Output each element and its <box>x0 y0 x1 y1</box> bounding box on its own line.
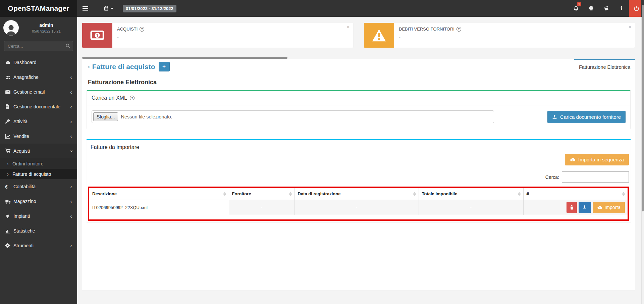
sidebar-item-anagrafiche[interactable]: Anagrafiche ‹ <box>0 70 77 85</box>
chevron-left-icon: ‹ <box>70 104 72 110</box>
cell-data-registrazione: - <box>294 200 419 215</box>
sidebar-item-impianti[interactable]: Impianti ‹ <box>0 209 77 223</box>
table-search: Cerca: <box>88 171 629 183</box>
sort-icon <box>622 192 625 196</box>
delete-button[interactable] <box>567 202 577 213</box>
sidebar-item-label: Attività <box>13 119 28 124</box>
plug-icon <box>5 213 13 219</box>
table-search-input[interactable] <box>562 171 629 183</box>
info-box-value: - <box>117 35 144 40</box>
cloud-download-icon <box>597 205 602 209</box>
sort-icon <box>518 192 521 196</box>
book-icon <box>603 6 609 11</box>
table-search-label: Cerca: <box>545 174 559 180</box>
calendar-icon <box>104 6 109 11</box>
user-login-time: 05/07/2022 15:21 <box>19 29 74 33</box>
user-name: admin <box>19 22 74 28</box>
column-header-label: Data di registrazione <box>298 191 341 196</box>
horizontal-scrollbar-thumb[interactable] <box>82 57 287 59</box>
close-icon[interactable]: × <box>346 24 350 31</box>
navbar-actions: 1 i <box>569 0 644 17</box>
gear-icon <box>5 243 13 248</box>
help-icon: ? <box>140 27 144 32</box>
sidebar-item-magazzino[interactable]: Magazzino ‹ <box>0 194 77 209</box>
column-header-totale-imponibile[interactable]: Totale imponibile <box>419 188 523 200</box>
column-header-label: Totale imponibile <box>422 191 458 196</box>
sidebar-search-input[interactable] <box>4 41 73 51</box>
info-box-content: ACQUISTI ? - <box>112 23 149 48</box>
print-button[interactable] <box>584 0 599 17</box>
chevron-left-icon: ‹ <box>70 74 72 80</box>
sidebar-item-attivita[interactable]: Attività ‹ <box>0 114 77 129</box>
angle-right-icon: › <box>7 161 12 166</box>
navbar-main: 01/01/2022 - 31/12/2022 1 i <box>77 0 644 17</box>
page-title[interactable]: › Fatture di acquisto <box>88 63 155 71</box>
sidebar-item-label: Acquisti <box>13 148 30 154</box>
cell-totale-imponibile: - <box>419 200 523 215</box>
sidebar-item-fatture-di-acquisto[interactable]: › Fatture di acquisto <box>0 169 77 179</box>
date-range-badge[interactable]: 01/01/2022 - 31/12/2022 <box>123 5 176 12</box>
column-header-label: Fornitore <box>232 191 251 196</box>
avatar[interactable] <box>3 20 19 36</box>
manual-button[interactable] <box>599 0 614 17</box>
browse-button[interactable]: Sfoglia... <box>93 112 118 121</box>
column-header-descrizione[interactable]: Descrizione <box>89 188 229 200</box>
angle-right-icon: › <box>88 63 90 70</box>
sidebar: admin 05/07/2022 15:21 Dashboard Anagraf… <box>0 17 77 304</box>
sidebar-item-gestione-documentale[interactable]: Gestione documentale ‹ <box>0 99 77 114</box>
close-icon[interactable]: × <box>628 24 632 31</box>
sidebar-item-ordini-fornitore[interactable]: › Ordini fornitore <box>0 158 77 169</box>
column-header-fornitore[interactable]: Fornitore <box>229 188 294 200</box>
trash-icon <box>570 205 574 210</box>
angle-right-icon: › <box>7 171 12 177</box>
column-header-actions[interactable]: # <box>523 188 628 200</box>
search-icon <box>65 43 70 48</box>
wrench-icon <box>5 119 13 124</box>
document-icon <box>5 104 13 109</box>
sidebar-toggle-button[interactable] <box>77 0 93 17</box>
sidebar-item-dashboard[interactable]: Dashboard <box>0 55 77 70</box>
notifications-button[interactable]: 1 <box>569 0 584 17</box>
top-navbar: OpenSTAManager 01/01/2022 - 31/12/2022 1 <box>0 0 644 17</box>
chevron-left-icon: ‹ <box>70 134 72 139</box>
user-panel: admin 05/07/2022 15:21 <box>0 17 77 38</box>
vertical-scrollbar-thumb[interactable] <box>642 5 644 211</box>
sidebar-item-statistiche[interactable]: Statistiche <box>0 223 77 238</box>
file-status-text: Nessun file selezionato. <box>121 114 172 119</box>
section-title: Fatturazione Elettronica <box>87 74 631 90</box>
file-input[interactable]: Sfoglia... Nessun file selezionato. <box>92 110 494 123</box>
chevron-left-icon: ‹ <box>70 184 72 190</box>
sort-icon <box>413 192 416 196</box>
import-invoices-box: Fatture da importare Importa in sequenza… <box>87 139 631 222</box>
column-header-data-registrazione[interactable]: Data di registrazione <box>294 188 419 200</box>
truck-icon <box>5 199 13 204</box>
info-button[interactable]: i <box>614 0 629 17</box>
users-icon <box>5 75 13 80</box>
import-sequence-button[interactable]: Importa in sequenza <box>565 154 629 165</box>
help-icon[interactable]: ? <box>130 96 135 100</box>
sidebar-item-acquisti[interactable]: Acquisti ‹ › Ordini fornitore › Fatture … <box>0 144 77 179</box>
add-record-button[interactable]: + <box>159 62 170 71</box>
upload-supplier-document-button[interactable]: Carica documento fornitore <box>547 111 626 123</box>
sidebar-item-strumenti[interactable]: Strumenti ‹ <box>0 238 77 253</box>
printer-icon <box>588 6 594 11</box>
invoices-table-highlight: Descrizione Fornitore Data di registrazi… <box>88 187 629 221</box>
date-filter-button[interactable] <box>101 0 116 17</box>
download-button[interactable] <box>579 202 591 213</box>
tab-fatturazione-elettronica[interactable]: Fatturazione Elettronica <box>574 59 635 74</box>
record-box: › Fatture di acquisto + Fatturazione Ele… <box>82 59 635 290</box>
sidebar-item-label: Impianti <box>13 213 30 219</box>
invoices-table: Descrizione Fornitore Data di registrazi… <box>89 188 628 215</box>
table-header-row: Descrizione Fornitore Data di registrazi… <box>89 188 628 200</box>
cell-descrizione: IT02069950992_22XQU.xml <box>89 200 229 215</box>
sidebar-subitem-label: Ordini fornitore <box>12 161 44 166</box>
import-row-button[interactable]: Importa <box>593 202 625 213</box>
sidebar-item-vendite[interactable]: Vendite ‹ <box>0 129 77 144</box>
app-logo[interactable]: OpenSTAManager <box>0 0 77 17</box>
chevron-down-icon: ‹ <box>68 150 74 152</box>
sidebar-item-contabilita[interactable]: € Contabilità ‹ <box>0 179 77 194</box>
euro-icon: € <box>5 184 13 190</box>
sidebar-subitem-label: Fatture di acquisto <box>12 171 51 177</box>
sidebar-item-gestione-email[interactable]: Gestione email ‹ <box>0 85 77 99</box>
import-row-label: Importa <box>605 205 621 210</box>
